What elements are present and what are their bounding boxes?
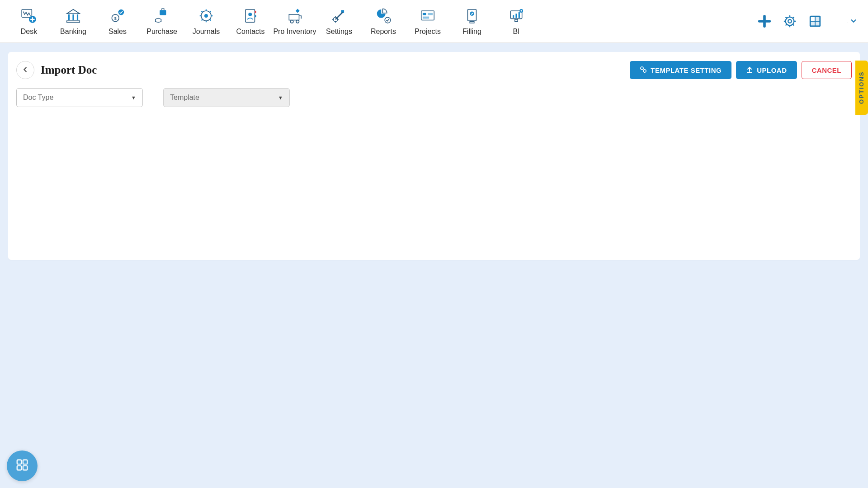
doc-type-select[interactable]: Doc Type ▼ xyxy=(16,88,143,107)
options-label: OPTIONS xyxy=(859,71,865,104)
svg-rect-9 xyxy=(160,10,166,15)
reports-icon xyxy=(374,7,392,25)
svg-point-11 xyxy=(204,14,208,18)
user-label: . xyxy=(846,19,848,24)
nav-label: Purchase xyxy=(146,28,177,36)
add-icon[interactable] xyxy=(757,14,772,29)
nav-label: Journals xyxy=(193,28,220,36)
svg-rect-40 xyxy=(811,17,815,21)
svg-rect-24 xyxy=(423,13,426,15)
nav-label: Filling xyxy=(462,28,481,36)
svg-rect-41 xyxy=(816,17,819,21)
svg-rect-42 xyxy=(811,22,815,25)
nav-item-reports[interactable]: Reports xyxy=(361,2,406,40)
nav-label: Projects xyxy=(415,28,441,36)
svg-text:$: $ xyxy=(114,16,117,21)
chevron-left-icon xyxy=(22,66,28,75)
nav-label: Pro Inventory xyxy=(273,28,316,36)
upload-icon xyxy=(746,66,753,75)
nav-label: Reports xyxy=(371,28,396,36)
svg-point-45 xyxy=(643,70,646,72)
nav-item-settings[interactable]: Settings xyxy=(317,2,361,40)
nav-item-pro-inventory[interactable]: Pro Inventory xyxy=(273,2,317,40)
svg-rect-16 xyxy=(289,14,299,20)
svg-rect-47 xyxy=(17,460,21,464)
svg-rect-4 xyxy=(77,14,78,20)
svg-rect-48 xyxy=(23,460,27,464)
svg-rect-49 xyxy=(17,466,21,470)
svg-rect-26 xyxy=(423,17,429,19)
inventory-icon xyxy=(286,7,304,25)
nav-label: BI xyxy=(513,28,519,36)
app-launcher-fab[interactable] xyxy=(7,450,38,481)
page-title: Import Doc xyxy=(41,64,97,76)
user-dropdown[interactable]: . xyxy=(846,18,857,25)
svg-rect-50 xyxy=(23,466,27,470)
nav-right-actions: . xyxy=(757,14,857,29)
bi-icon xyxy=(507,7,525,25)
nav-item-journals[interactable]: Journals xyxy=(184,2,228,40)
desk-icon xyxy=(20,7,38,25)
caret-down-icon: ▼ xyxy=(131,95,136,100)
nav-item-desk[interactable]: Desk xyxy=(7,2,51,40)
nav-item-banking[interactable]: Banking xyxy=(51,2,95,40)
gear-icon[interactable] xyxy=(782,14,797,29)
options-side-tab[interactable]: OPTIONS xyxy=(855,61,868,115)
nav-label: Settings xyxy=(326,28,352,36)
svg-rect-36 xyxy=(515,19,518,22)
banking-icon xyxy=(64,7,82,25)
svg-rect-19 xyxy=(296,9,300,13)
svg-rect-46 xyxy=(747,72,752,73)
selects-row: Doc Type ▼ Template ▼ xyxy=(8,88,860,107)
template-setting-button[interactable]: TEMPLATE SETTING xyxy=(630,61,731,79)
nav-item-filling[interactable]: Filling xyxy=(450,2,494,40)
svg-point-38 xyxy=(788,19,792,23)
settings-icon xyxy=(330,7,348,25)
svg-rect-15 xyxy=(255,15,256,17)
svg-point-8 xyxy=(118,9,124,15)
svg-rect-14 xyxy=(255,11,256,13)
svg-point-21 xyxy=(333,17,338,22)
grid-icon xyxy=(15,458,29,474)
svg-rect-31 xyxy=(513,15,514,18)
svg-point-35 xyxy=(521,10,522,11)
button-label: TEMPLATE SETTING xyxy=(651,66,722,74)
svg-rect-33 xyxy=(519,12,520,18)
nav-item-projects[interactable]: Projects xyxy=(406,2,450,40)
panel-header: Import Doc TEMPLATE SETTING UPLOAD CANCE… xyxy=(8,61,860,88)
svg-rect-5 xyxy=(67,21,80,22)
nav-label: Sales xyxy=(108,28,127,36)
nav-item-sales[interactable]: $ Sales xyxy=(95,2,140,40)
svg-rect-2 xyxy=(68,14,70,20)
top-navbar: Desk Banking $ Sales Purchase Journals xyxy=(0,0,868,43)
projects-icon xyxy=(419,7,437,25)
nav-label: Contacts xyxy=(236,28,264,36)
upload-button[interactable]: UPLOAD xyxy=(736,61,797,79)
svg-point-17 xyxy=(291,20,293,23)
nav-item-bi[interactable]: BI xyxy=(494,2,538,40)
header-actions: TEMPLATE SETTING UPLOAD CANCEL xyxy=(630,61,852,79)
nav-items-container: Desk Banking $ Sales Purchase Journals xyxy=(7,2,538,40)
journals-icon xyxy=(197,7,215,25)
svg-rect-25 xyxy=(428,13,433,15)
back-button[interactable] xyxy=(16,61,34,79)
nav-item-contacts[interactable]: Contacts xyxy=(228,2,273,40)
svg-point-18 xyxy=(296,20,299,23)
calculator-icon[interactable] xyxy=(807,14,823,29)
svg-rect-43 xyxy=(816,22,819,25)
template-select[interactable]: Template ▼ xyxy=(163,88,290,107)
filling-icon xyxy=(463,7,481,25)
chevron-down-icon xyxy=(850,18,857,25)
svg-rect-23 xyxy=(421,11,434,20)
button-label: UPLOAD xyxy=(757,66,787,74)
svg-point-44 xyxy=(641,67,643,70)
button-label: CANCEL xyxy=(812,66,842,74)
cancel-button[interactable]: CANCEL xyxy=(802,61,852,79)
svg-rect-32 xyxy=(515,14,517,18)
nav-label: Banking xyxy=(60,28,86,36)
contacts-icon xyxy=(241,7,259,25)
nav-item-purchase[interactable]: Purchase xyxy=(140,2,184,40)
purchase-icon xyxy=(153,7,171,25)
select-placeholder: Doc Type xyxy=(23,94,53,102)
caret-down-icon: ▼ xyxy=(278,95,283,100)
